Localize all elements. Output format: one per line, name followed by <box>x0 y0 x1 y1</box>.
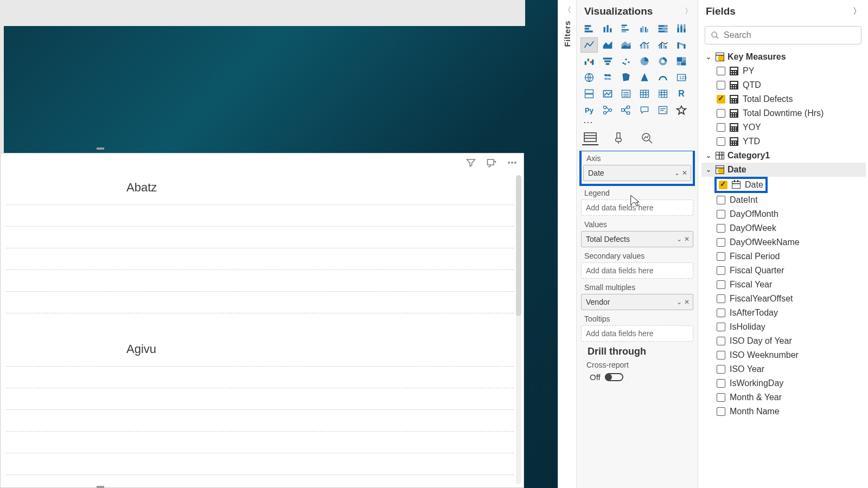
field-dayofmonth[interactable]: DayOfMonth <box>701 207 866 221</box>
field-ytd[interactable]: YTD <box>701 134 866 149</box>
viz-decomposition-tree[interactable] <box>618 103 634 117</box>
checkbox[interactable] <box>717 337 725 345</box>
fields-search[interactable] <box>705 26 861 44</box>
chevron-right-icon[interactable]: 〉 <box>853 6 861 17</box>
viz-table[interactable] <box>636 87 653 101</box>
filters-pane-collapsed[interactable]: 〈 Filters <box>558 0 576 488</box>
viz-100-stacked-bar[interactable] <box>655 22 671 36</box>
checkbox[interactable] <box>717 280 725 289</box>
remove-field-icon[interactable]: ✕ <box>684 298 690 306</box>
field-fiscalyearoffset[interactable]: FiscalYearOffset <box>701 292 866 306</box>
viz-clustered-bar[interactable] <box>618 22 634 36</box>
viz-line-clustered-column[interactable] <box>655 38 671 52</box>
selected-visual[interactable]: Abatz Agivu <box>0 153 524 488</box>
table-date[interactable]: ⌄ Date <box>701 163 866 177</box>
checkbox[interactable] <box>717 294 725 303</box>
checkbox[interactable] <box>717 365 725 374</box>
checkbox[interactable] <box>717 309 725 317</box>
table-key-measures[interactable]: ⌄ Key Measures <box>701 50 866 64</box>
checkbox[interactable] <box>717 379 725 388</box>
checkbox[interactable] <box>717 81 725 89</box>
remove-field-icon[interactable]: ✕ <box>684 235 690 243</box>
table-category1[interactable]: ⌄ Category1 <box>701 149 866 163</box>
secondary-values-well[interactable]: Add data fields here <box>581 262 693 279</box>
checkbox[interactable] <box>717 95 725 104</box>
chevron-right-icon[interactable]: 〉 <box>685 7 692 16</box>
viz-stacked-column[interactable] <box>599 22 616 36</box>
field-fiscal-quarter[interactable]: Fiscal Quarter <box>701 264 866 278</box>
viz-get-more[interactable] <box>673 103 690 117</box>
field-dateint[interactable]: DateInt <box>701 193 866 207</box>
fields-search-input[interactable] <box>724 30 856 40</box>
legend-well[interactable]: Add data fields here <box>581 200 693 216</box>
axis-well-pill[interactable]: Date ⌄ ✕ <box>583 165 691 181</box>
checkbox[interactable] <box>717 351 725 359</box>
viz-python-visual[interactable]: Py <box>581 103 597 117</box>
checkbox[interactable] <box>717 210 725 219</box>
viz-azure-map[interactable] <box>636 70 653 85</box>
viz-ribbon-chart[interactable] <box>673 38 690 52</box>
field-isholiday[interactable]: IsHoliday <box>701 320 866 334</box>
viz-donut[interactable] <box>655 54 671 68</box>
checkbox[interactable] <box>717 266 725 275</box>
field-month-year[interactable]: Month & Year <box>701 390 866 404</box>
viz-area-chart[interactable] <box>599 38 616 52</box>
cross-report-toggle[interactable] <box>605 373 623 381</box>
checkbox[interactable] <box>719 181 727 189</box>
checkbox[interactable] <box>717 323 725 331</box>
viz-card[interactable]: 123 <box>673 70 690 85</box>
values-well-pill[interactable]: Total Defects ⌄ ✕ <box>581 231 693 247</box>
field-fiscal-period[interactable]: Fiscal Period <box>701 249 866 264</box>
checkbox[interactable] <box>717 224 725 233</box>
remove-field-icon[interactable]: ✕ <box>682 169 687 177</box>
viz-line-chart[interactable] <box>581 38 597 52</box>
viz-line-stacked-column[interactable] <box>636 38 653 52</box>
more-options-icon[interactable] <box>506 157 518 169</box>
field-month-name[interactable]: Month Name <box>701 404 866 419</box>
viz-stacked-bar[interactable] <box>581 22 597 36</box>
visual-resize-handle-bottom[interactable] <box>97 486 104 488</box>
field-fiscal-year[interactable]: Fiscal Year <box>701 278 866 292</box>
field-iso-day-of-year[interactable]: ISO Day of Year <box>701 334 866 348</box>
viz-pie[interactable] <box>636 54 653 68</box>
field-dayofweekname[interactable]: DayOfWeekName <box>701 235 866 249</box>
filter-icon[interactable] <box>465 157 477 169</box>
field-date[interactable]: Date <box>701 177 866 193</box>
viz-shape-map[interactable] <box>618 70 634 85</box>
viz-map[interactable] <box>581 70 597 85</box>
checkbox[interactable] <box>717 123 725 132</box>
viz-key-influencers[interactable] <box>599 103 616 117</box>
format-tab[interactable] <box>610 130 627 145</box>
fields-tab[interactable] <box>582 130 598 145</box>
viz-100-stacked-column[interactable] <box>673 22 690 36</box>
viz-gauge[interactable] <box>655 70 671 85</box>
field-py[interactable]: PY <box>701 64 866 78</box>
small-multiples-well-pill[interactable]: Vendor ⌄ ✕ <box>581 294 693 310</box>
field-iso-year[interactable]: ISO Year <box>701 362 866 376</box>
viz-slicer[interactable] <box>618 87 634 101</box>
viz-multi-row-card[interactable] <box>581 87 597 101</box>
checkbox[interactable] <box>717 109 725 118</box>
checkbox[interactable] <box>717 137 725 146</box>
viz-qa[interactable] <box>636 103 653 117</box>
chevron-down-icon[interactable]: ⌄ <box>676 235 682 243</box>
viz-waterfall[interactable] <box>581 54 597 68</box>
checkbox[interactable] <box>717 67 725 75</box>
field-total-downtime-hrs-[interactable]: Total Downtime (Hrs) <box>701 106 866 120</box>
field-qtd[interactable]: QTD <box>701 78 866 92</box>
viz-stacked-area[interactable] <box>618 38 634 52</box>
checkbox[interactable] <box>717 252 725 261</box>
visual-scrollbar-thumb[interactable] <box>516 175 521 316</box>
chevron-left-icon[interactable]: 〈 <box>558 5 576 15</box>
viz-clustered-column[interactable] <box>636 22 653 36</box>
chevron-down-icon[interactable]: ⌄ <box>674 169 680 177</box>
field-dayofweek[interactable]: DayOfWeek <box>701 221 866 235</box>
field-total-defects[interactable]: Total Defects <box>701 92 866 106</box>
visual-resize-handle-top[interactable] <box>97 147 104 150</box>
analytics-tab[interactable] <box>639 130 655 145</box>
field-isworkingday[interactable]: IsWorkingDay <box>701 376 866 390</box>
tooltips-well[interactable]: Add data fields here <box>581 325 693 342</box>
viz-filled-map[interactable] <box>599 70 616 85</box>
viz-kpi[interactable] <box>599 87 616 101</box>
field-iso-weeknumber[interactable]: ISO Weeknumber <box>701 348 866 362</box>
